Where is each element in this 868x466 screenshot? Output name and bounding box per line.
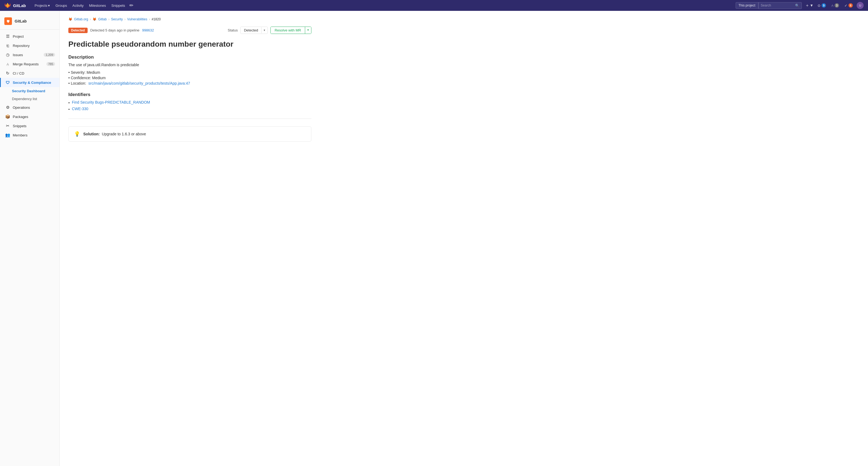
- breadcrumb-link-security[interactable]: Security: [111, 18, 123, 21]
- edit-icon[interactable]: ✏: [128, 1, 134, 9]
- breadcrumb-link-vulnerabilities[interactable]: Vulnerabilities: [127, 18, 147, 21]
- avatar[interactable]: U: [857, 2, 864, 9]
- plus-icon[interactable]: ＋ ▾: [804, 2, 814, 9]
- description-heading: Description: [68, 55, 311, 60]
- lightbulb-icon: 💡: [74, 131, 80, 137]
- sidebar-item-snippets[interactable]: ✂ Snippets: [0, 121, 59, 130]
- mr-badge: 785: [46, 62, 55, 66]
- brand-name: GitLab: [13, 3, 26, 8]
- status-dropdown-arrow[interactable]: ▾: [261, 27, 268, 33]
- breadcrumb-current: #1820: [152, 18, 161, 21]
- description-text: The use of java.util.Random is predictab…: [68, 63, 311, 67]
- resolve-button-group: Resolve with MR ▾: [271, 27, 311, 34]
- pkg-icon: 📦: [5, 114, 10, 119]
- breadcrumb-gitlab: 🦊 Gitlab: [93, 18, 106, 21]
- identifiers-section: Identifiers • Find Security Bugs-PREDICT…: [68, 92, 311, 112]
- identifier-link-2[interactable]: CWE-330: [72, 106, 88, 111]
- members-icon: 👥: [5, 133, 10, 137]
- mr-badge-btn[interactable]: ⑃ 3: [830, 2, 841, 9]
- mr-icon: ⑃: [831, 3, 834, 8]
- gitlab-flame-icon: [4, 2, 11, 9]
- sidebar-subitem-security-dashboard[interactable]: Security Dashboard: [0, 87, 59, 95]
- identifiers-heading: Identifiers: [68, 92, 311, 97]
- sidebar-item-cicd[interactable]: ↻ CI / CD: [0, 69, 59, 78]
- pipeline-link[interactable]: 998632: [142, 28, 154, 32]
- snippets-icon: ✂: [5, 123, 10, 128]
- vulnerability-title: Predictable pseudorandom number generato…: [68, 39, 311, 49]
- breadcrumb: 🦊 Gitlab.org › 🦊 Gitlab › Security › Vul…: [68, 18, 311, 21]
- sidebar-item-security-compliance[interactable]: 🛡 Security & Compliance: [0, 78, 59, 87]
- sidebar-item-members[interactable]: 👥 Members: [0, 130, 59, 140]
- nav-right: This project 🔍 ＋ ▾ ⊙ 9 ⑃ 3 ✓ 6 U: [736, 2, 864, 9]
- solution-text: Solution: Upgrade to 1.6.3 or above: [83, 132, 146, 136]
- main-content: 🦊 Gitlab.org › 🦊 Gitlab › Security › Vul…: [60, 11, 868, 466]
- divider: [68, 119, 311, 119]
- chevron-down-icon: ▾: [48, 3, 50, 8]
- sidebar-brand-icon: [4, 18, 12, 25]
- status-right: Status Detected ▾ Resolve with MR ▾: [228, 27, 311, 34]
- issues-count: 9: [822, 3, 826, 8]
- gitlab-small-icon: 🦊: [68, 18, 72, 21]
- resolve-dropdown-arrow[interactable]: ▾: [305, 27, 311, 34]
- breadcrumb-link-gitlab-org[interactable]: Gitlab.org: [74, 18, 88, 21]
- top-navigation: GitLab Projects ▾ Groups Activity Milest…: [0, 0, 868, 11]
- search-icon: 🔍: [795, 3, 799, 8]
- identifier-item-2: • CWE-330: [68, 106, 311, 112]
- sidebar-brand: GitLab: [0, 15, 59, 30]
- todos-icon: ✓: [844, 3, 847, 8]
- status-label: Status: [228, 28, 238, 32]
- search-input[interactable]: [761, 3, 794, 7]
- shield-icon: 🛡: [5, 80, 10, 85]
- brand-logo[interactable]: GitLab: [4, 2, 26, 9]
- mr-nav-icon: ⑃: [5, 62, 10, 66]
- location-item: • Location: src/main/java/com/gitlab/sec…: [68, 81, 311, 86]
- content-area: 🦊 Gitlab.org › 🦊 Gitlab › Security › Vul…: [60, 11, 320, 148]
- project-icon: ☰: [5, 34, 10, 39]
- issues-nav-icon: ◷: [5, 52, 10, 57]
- search-scope-group: This project 🔍: [736, 2, 802, 9]
- mr-count: 3: [835, 3, 839, 8]
- nav-groups[interactable]: Groups: [53, 2, 69, 9]
- nav-snippets[interactable]: Snippets: [109, 2, 127, 9]
- issues-icon: ⊙: [817, 3, 820, 8]
- ops-icon: ⚙: [5, 105, 10, 110]
- breadcrumb-gitlab-org: 🦊 Gitlab.org: [68, 18, 88, 21]
- todos-badge-btn[interactable]: ✓ 6: [843, 2, 855, 9]
- identifier-item-1: • Find Security Bugs-PREDICTABLE_RANDOM: [68, 100, 311, 105]
- sidebar-item-issues[interactable]: ◷ Issues 1,209: [0, 50, 59, 59]
- issues-badge: 1,209: [44, 53, 55, 57]
- gitlab-small-icon2: 🦊: [93, 18, 97, 21]
- status-dropdown: Detected ▾: [240, 27, 268, 34]
- status-dropdown-main[interactable]: Detected: [241, 27, 261, 34]
- sidebar-subitem-dependency-list[interactable]: Dependency list: [0, 95, 59, 103]
- nav-activity[interactable]: Activity: [70, 2, 86, 9]
- confidence-item: • Confidence: Medium: [68, 76, 311, 80]
- cicd-icon: ↻: [5, 71, 10, 76]
- nav-milestones[interactable]: Milestones: [87, 2, 108, 9]
- nav-projects[interactable]: Projects ▾: [33, 2, 52, 9]
- breadcrumb-link-gitlab[interactable]: Gitlab: [98, 18, 106, 21]
- sidebar-item-packages[interactable]: 📦 Packages: [0, 112, 59, 121]
- todos-count: 6: [848, 3, 853, 8]
- sidebar-brand-name: GitLab: [14, 19, 27, 23]
- sidebar-item-repository[interactable]: ⎗ Repository: [0, 41, 59, 50]
- sidebar-item-merge-requests[interactable]: ⑃ Merge Requests 785: [0, 59, 59, 69]
- issues-badge-btn[interactable]: ⊙ 9: [816, 2, 828, 9]
- sidebar-item-operations[interactable]: ⚙ Operations: [0, 103, 59, 112]
- location-link[interactable]: src/main/java/com/gitlab/security_produc…: [88, 81, 190, 86]
- severity-item: • Severity: Medium: [68, 70, 311, 74]
- resolve-with-mr-button[interactable]: Resolve with MR: [271, 27, 305, 34]
- nav-links: Projects ▾ Groups Activity Milestones Sn…: [33, 1, 135, 9]
- identifier-link-1[interactable]: Find Security Bugs-PREDICTABLE_RANDOM: [72, 100, 150, 104]
- search-box[interactable]: 🔍: [758, 2, 802, 9]
- detected-badge: Detected: [68, 28, 88, 33]
- scope-button[interactable]: This project: [736, 2, 758, 9]
- detected-text: Detected 5 days ago in pipeline: [90, 28, 140, 32]
- sidebar-item-project[interactable]: ☰ Project: [0, 32, 59, 41]
- sidebar: GitLab ☰ Project ⎗ Repository ◷ Issues 1…: [0, 11, 60, 466]
- solution-box: 💡 Solution: Upgrade to 1.6.3 or above: [68, 126, 311, 142]
- page-layout: GitLab ☰ Project ⎗ Repository ◷ Issues 1…: [0, 11, 868, 466]
- repo-icon: ⎗: [5, 43, 10, 48]
- status-bar: Detected Detected 5 days ago in pipeline…: [68, 27, 311, 34]
- status-left: Detected Detected 5 days ago in pipeline…: [68, 28, 154, 33]
